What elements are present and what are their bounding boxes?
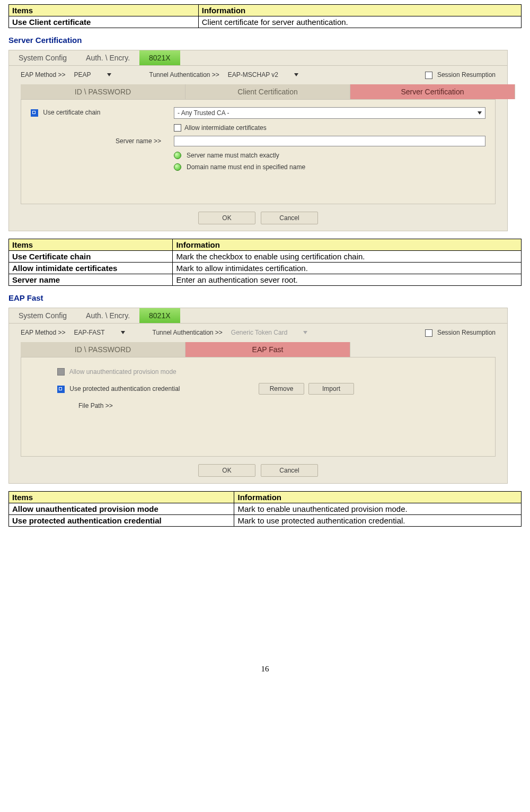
cancel-button[interactable]: Cancel bbox=[261, 464, 318, 477]
checkbox-icon[interactable] bbox=[31, 109, 38, 117]
eap-method-value: EAP-FAST bbox=[74, 329, 105, 336]
tunnel-auth-select[interactable]: EAP-MSCHAP v2 bbox=[228, 71, 298, 78]
cell-item: Use Client certificate bbox=[9, 16, 199, 28]
tunnel-auth-value: Generic Token Card bbox=[231, 329, 288, 336]
cancel-button[interactable]: Cancel bbox=[261, 212, 318, 224]
remove-button[interactable]: Remove bbox=[259, 383, 304, 395]
radio-icon[interactable] bbox=[174, 152, 181, 159]
chevron-down-icon bbox=[303, 331, 307, 334]
tab-system-config[interactable]: System Config bbox=[9, 50, 76, 65]
tab-8021x[interactable]: 8021X bbox=[139, 308, 180, 323]
page-number: 16 bbox=[8, 665, 522, 674]
session-resumption-label: Session Resumption bbox=[437, 71, 496, 78]
table-eap-fast: Items Information Allow unauthenticated … bbox=[8, 491, 522, 527]
table-row: Use protected authentication credential … bbox=[9, 514, 522, 526]
table-header: Information bbox=[173, 239, 522, 250]
cell-item: Server name bbox=[9, 274, 173, 285]
table-server-cert: Items Information Use Certificate chain … bbox=[8, 239, 522, 286]
cell-info: Client certificate for server authentica… bbox=[198, 16, 521, 28]
server-cert-panel: System Config Auth. \ Encry. 8021X EAP M… bbox=[8, 50, 508, 231]
checkbox-icon[interactable] bbox=[174, 124, 181, 132]
checkbox-icon[interactable] bbox=[57, 386, 65, 393]
cell-item: Use Certificate chain bbox=[9, 250, 173, 262]
cell-info: Mark to enable unauthenticated provision… bbox=[234, 503, 522, 514]
cell-item: Use protected authentication credential bbox=[9, 514, 234, 526]
tunnel-auth-label: Tunnel Authentication >> bbox=[149, 71, 219, 78]
cell-info: Mark the checkbox to enable using certif… bbox=[173, 250, 522, 262]
use-protected-label: Use protected authentication credential bbox=[69, 385, 180, 392]
eap-fast-panel: System Config Auth. \ Encry. 8021X EAP M… bbox=[8, 308, 508, 484]
server-cert-pane: Use certificate chain - Any Trusted CA -… bbox=[21, 99, 496, 204]
match-exactly-label: Server name must match exactly bbox=[187, 152, 279, 159]
section-heading-server-cert: Server Certification bbox=[8, 36, 522, 45]
session-resumption-label: Session Resumption bbox=[437, 329, 496, 336]
session-resumption-option[interactable]: Session Resumption bbox=[425, 329, 496, 337]
table-header: Items bbox=[9, 491, 234, 503]
table-header: Items bbox=[9, 5, 199, 16]
table-row: Use Certificate chain Mark the checkbox … bbox=[9, 250, 522, 262]
trusted-ca-select[interactable]: - Any Trusted CA - bbox=[174, 107, 485, 119]
section-heading-eap-fast: EAP Fast bbox=[8, 293, 522, 302]
table-header: Items bbox=[9, 239, 173, 250]
subtab-eap-fast[interactable]: EAP Fast bbox=[186, 342, 350, 357]
table-header: Information bbox=[234, 491, 522, 503]
ok-button[interactable]: OK bbox=[198, 212, 255, 224]
cell-info: Mark to use protected authentication cre… bbox=[234, 514, 522, 526]
allow-intermediate-label: Allow intermidiate certificates bbox=[184, 124, 267, 132]
table-row: Allow intimidate certificates Mark to al… bbox=[9, 262, 522, 274]
allow-unauth-label: Allow unauthenticated provision mode bbox=[69, 368, 176, 376]
use-cert-chain-label: Use certificate chain bbox=[43, 109, 100, 116]
ok-button[interactable]: OK bbox=[198, 464, 255, 477]
subtab-id-password[interactable]: ID \ PASSWORD bbox=[21, 342, 186, 357]
trusted-ca-value: - Any Trusted CA - bbox=[178, 109, 229, 117]
cell-item: Allow unauthenticated provision mode bbox=[9, 503, 234, 514]
top-tabs: System Config Auth. \ Encry. 8021X bbox=[9, 50, 507, 66]
server-name-input[interactable] bbox=[174, 136, 485, 146]
chevron-down-icon bbox=[478, 111, 482, 115]
top-tabs: System Config Auth. \ Encry. 8021X bbox=[9, 308, 507, 324]
table-row: Use Client certificate Client certificat… bbox=[9, 16, 522, 28]
server-name-label: Server name >> bbox=[116, 137, 161, 145]
eap-method-label: EAP Method >> bbox=[21, 71, 66, 78]
tunnel-auth-label: Tunnel Authentication >> bbox=[153, 329, 223, 336]
chevron-down-icon bbox=[294, 73, 298, 76]
subtab-server-cert[interactable]: Server Certification bbox=[350, 84, 515, 99]
tunnel-auth-select: Generic Token Card bbox=[231, 329, 308, 336]
cell-info: Mark to allow intimidates certification. bbox=[173, 262, 522, 274]
chevron-down-icon bbox=[107, 73, 111, 76]
cell-info: Enter an authentication sever root. bbox=[173, 274, 522, 285]
tunnel-auth-value: EAP-MSCHAP v2 bbox=[228, 71, 278, 78]
eap-method-value: PEAP bbox=[74, 71, 91, 78]
cell-item: Allow intimidate certificates bbox=[9, 262, 173, 274]
subtab-id-password[interactable]: ID \ PASSWORD bbox=[21, 84, 186, 99]
table-client-cert: Items Information Use Client certificate… bbox=[8, 4, 522, 28]
tab-auth-encry[interactable]: Auth. \ Encry. bbox=[76, 308, 139, 323]
end-specified-label: Domain name must end in specified name bbox=[187, 163, 305, 171]
checkbox-icon bbox=[57, 368, 65, 376]
tab-8021x[interactable]: 8021X bbox=[139, 50, 180, 65]
checkbox-icon[interactable] bbox=[425, 329, 432, 337]
tab-auth-encry[interactable]: Auth. \ Encry. bbox=[76, 50, 139, 65]
tab-system-config[interactable]: System Config bbox=[9, 308, 76, 323]
file-path-label: File Path >> bbox=[78, 402, 113, 409]
eap-method-label: EAP Method >> bbox=[21, 329, 66, 336]
table-row: Server name Enter an authentication seve… bbox=[9, 274, 522, 285]
eap-method-select[interactable]: EAP-FAST bbox=[74, 329, 125, 336]
chevron-down-icon bbox=[121, 331, 125, 334]
session-resumption-option[interactable]: Session Resumption bbox=[425, 71, 496, 79]
eap-method-select[interactable]: PEAP bbox=[74, 71, 122, 78]
radio-icon[interactable] bbox=[174, 163, 181, 171]
subtab-client-cert[interactable]: Client Certification bbox=[186, 84, 350, 99]
checkbox-icon[interactable] bbox=[425, 72, 432, 79]
table-row: Allow unauthenticated provision mode Mar… bbox=[9, 503, 522, 514]
import-button[interactable]: Import bbox=[308, 383, 354, 395]
eap-fast-pane: Allow unauthenticated provision mode Use… bbox=[21, 357, 496, 457]
table-header: Information bbox=[198, 5, 521, 16]
